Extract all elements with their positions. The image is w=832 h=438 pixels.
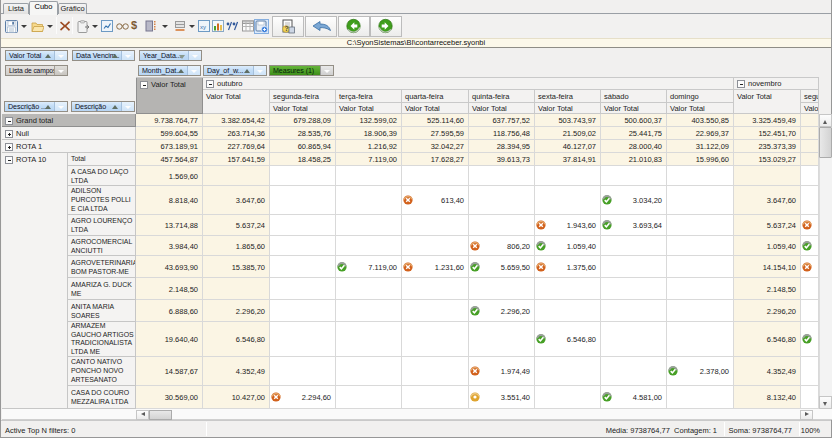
- svg-text:xy: xy: [200, 24, 206, 30]
- svg-text:?: ?: [285, 25, 289, 32]
